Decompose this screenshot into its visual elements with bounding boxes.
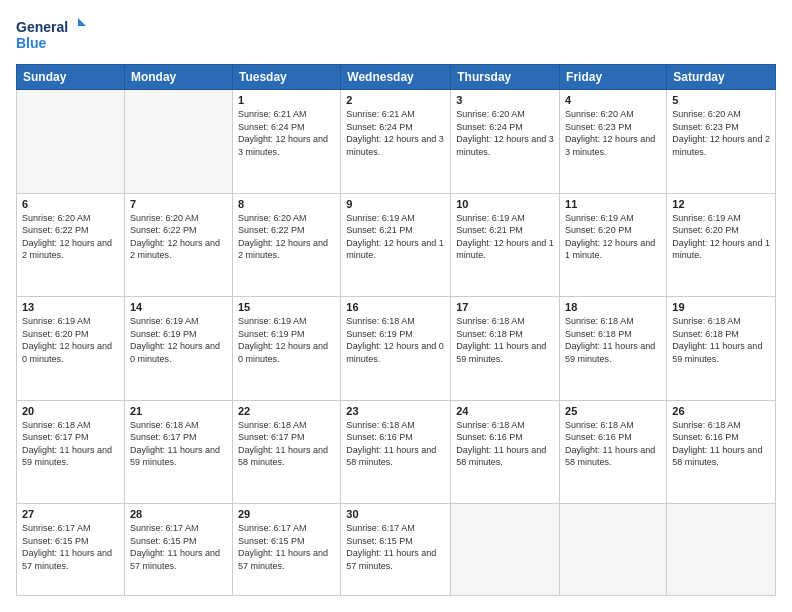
calendar-cell: 24Sunrise: 6:18 AM Sunset: 6:16 PM Dayli… xyxy=(451,400,560,504)
calendar-cell: 22Sunrise: 6:18 AM Sunset: 6:17 PM Dayli… xyxy=(232,400,340,504)
day-info: Sunrise: 6:19 AM Sunset: 6:19 PM Dayligh… xyxy=(130,315,227,365)
day-number: 14 xyxy=(130,301,227,313)
day-info: Sunrise: 6:18 AM Sunset: 6:17 PM Dayligh… xyxy=(22,419,119,469)
svg-marker-2 xyxy=(78,18,86,26)
logo: General Blue xyxy=(16,16,86,52)
day-number: 17 xyxy=(456,301,554,313)
calendar-cell: 4Sunrise: 6:20 AM Sunset: 6:23 PM Daylig… xyxy=(560,90,667,194)
calendar-cell: 1Sunrise: 6:21 AM Sunset: 6:24 PM Daylig… xyxy=(232,90,340,194)
calendar-cell: 17Sunrise: 6:18 AM Sunset: 6:18 PM Dayli… xyxy=(451,297,560,401)
day-info: Sunrise: 6:19 AM Sunset: 6:21 PM Dayligh… xyxy=(346,212,445,262)
day-number: 16 xyxy=(346,301,445,313)
day-info: Sunrise: 6:19 AM Sunset: 6:20 PM Dayligh… xyxy=(565,212,661,262)
day-number: 11 xyxy=(565,198,661,210)
col-header-friday: Friday xyxy=(560,65,667,90)
calendar-header-row: SundayMondayTuesdayWednesdayThursdayFrid… xyxy=(17,65,776,90)
day-number: 15 xyxy=(238,301,335,313)
day-info: Sunrise: 6:18 AM Sunset: 6:19 PM Dayligh… xyxy=(346,315,445,365)
day-number: 3 xyxy=(456,94,554,106)
calendar-cell xyxy=(667,504,776,596)
calendar-cell: 5Sunrise: 6:20 AM Sunset: 6:23 PM Daylig… xyxy=(667,90,776,194)
calendar-cell: 21Sunrise: 6:18 AM Sunset: 6:17 PM Dayli… xyxy=(124,400,232,504)
calendar-cell: 15Sunrise: 6:19 AM Sunset: 6:19 PM Dayli… xyxy=(232,297,340,401)
calendar-cell xyxy=(17,90,125,194)
day-info: Sunrise: 6:17 AM Sunset: 6:15 PM Dayligh… xyxy=(130,522,227,572)
day-number: 26 xyxy=(672,405,770,417)
calendar-cell: 9Sunrise: 6:19 AM Sunset: 6:21 PM Daylig… xyxy=(341,193,451,297)
day-info: Sunrise: 6:18 AM Sunset: 6:18 PM Dayligh… xyxy=(456,315,554,365)
day-number: 5 xyxy=(672,94,770,106)
day-number: 24 xyxy=(456,405,554,417)
calendar-cell: 16Sunrise: 6:18 AM Sunset: 6:19 PM Dayli… xyxy=(341,297,451,401)
calendar-cell: 7Sunrise: 6:20 AM Sunset: 6:22 PM Daylig… xyxy=(124,193,232,297)
day-number: 8 xyxy=(238,198,335,210)
calendar-cell: 11Sunrise: 6:19 AM Sunset: 6:20 PM Dayli… xyxy=(560,193,667,297)
calendar-cell: 6Sunrise: 6:20 AM Sunset: 6:22 PM Daylig… xyxy=(17,193,125,297)
calendar-cell: 26Sunrise: 6:18 AM Sunset: 6:16 PM Dayli… xyxy=(667,400,776,504)
day-number: 1 xyxy=(238,94,335,106)
day-info: Sunrise: 6:18 AM Sunset: 6:16 PM Dayligh… xyxy=(456,419,554,469)
calendar-cell: 28Sunrise: 6:17 AM Sunset: 6:15 PM Dayli… xyxy=(124,504,232,596)
day-info: Sunrise: 6:21 AM Sunset: 6:24 PM Dayligh… xyxy=(238,108,335,158)
day-info: Sunrise: 6:18 AM Sunset: 6:18 PM Dayligh… xyxy=(565,315,661,365)
page: General Blue SundayMondayTuesdayWednesda… xyxy=(0,0,792,612)
col-header-sunday: Sunday xyxy=(17,65,125,90)
day-info: Sunrise: 6:19 AM Sunset: 6:20 PM Dayligh… xyxy=(22,315,119,365)
day-info: Sunrise: 6:18 AM Sunset: 6:16 PM Dayligh… xyxy=(672,419,770,469)
calendar-cell: 23Sunrise: 6:18 AM Sunset: 6:16 PM Dayli… xyxy=(341,400,451,504)
calendar-cell xyxy=(560,504,667,596)
day-info: Sunrise: 6:18 AM Sunset: 6:17 PM Dayligh… xyxy=(130,419,227,469)
day-number: 2 xyxy=(346,94,445,106)
day-info: Sunrise: 6:17 AM Sunset: 6:15 PM Dayligh… xyxy=(22,522,119,572)
day-number: 7 xyxy=(130,198,227,210)
day-info: Sunrise: 6:20 AM Sunset: 6:23 PM Dayligh… xyxy=(565,108,661,158)
calendar-cell: 27Sunrise: 6:17 AM Sunset: 6:15 PM Dayli… xyxy=(17,504,125,596)
day-info: Sunrise: 6:20 AM Sunset: 6:22 PM Dayligh… xyxy=(130,212,227,262)
calendar-cell: 29Sunrise: 6:17 AM Sunset: 6:15 PM Dayli… xyxy=(232,504,340,596)
day-info: Sunrise: 6:20 AM Sunset: 6:24 PM Dayligh… xyxy=(456,108,554,158)
calendar-cell xyxy=(451,504,560,596)
calendar-cell: 25Sunrise: 6:18 AM Sunset: 6:16 PM Dayli… xyxy=(560,400,667,504)
col-header-wednesday: Wednesday xyxy=(341,65,451,90)
day-number: 9 xyxy=(346,198,445,210)
col-header-monday: Monday xyxy=(124,65,232,90)
calendar-cell: 10Sunrise: 6:19 AM Sunset: 6:21 PM Dayli… xyxy=(451,193,560,297)
calendar-table: SundayMondayTuesdayWednesdayThursdayFrid… xyxy=(16,64,776,596)
logo-svg: General Blue xyxy=(16,16,86,52)
day-info: Sunrise: 6:17 AM Sunset: 6:15 PM Dayligh… xyxy=(346,522,445,572)
day-number: 23 xyxy=(346,405,445,417)
calendar-cell: 8Sunrise: 6:20 AM Sunset: 6:22 PM Daylig… xyxy=(232,193,340,297)
calendar-cell: 13Sunrise: 6:19 AM Sunset: 6:20 PM Dayli… xyxy=(17,297,125,401)
col-header-saturday: Saturday xyxy=(667,65,776,90)
day-number: 6 xyxy=(22,198,119,210)
day-info: Sunrise: 6:17 AM Sunset: 6:15 PM Dayligh… xyxy=(238,522,335,572)
day-info: Sunrise: 6:19 AM Sunset: 6:19 PM Dayligh… xyxy=(238,315,335,365)
svg-text:General: General xyxy=(16,19,68,35)
day-info: Sunrise: 6:18 AM Sunset: 6:17 PM Dayligh… xyxy=(238,419,335,469)
day-info: Sunrise: 6:20 AM Sunset: 6:23 PM Dayligh… xyxy=(672,108,770,158)
day-info: Sunrise: 6:19 AM Sunset: 6:21 PM Dayligh… xyxy=(456,212,554,262)
calendar-cell xyxy=(124,90,232,194)
day-number: 27 xyxy=(22,508,119,520)
day-info: Sunrise: 6:18 AM Sunset: 6:18 PM Dayligh… xyxy=(672,315,770,365)
day-number: 18 xyxy=(565,301,661,313)
svg-text:Blue: Blue xyxy=(16,35,47,51)
col-header-tuesday: Tuesday xyxy=(232,65,340,90)
calendar-cell: 12Sunrise: 6:19 AM Sunset: 6:20 PM Dayli… xyxy=(667,193,776,297)
day-number: 22 xyxy=(238,405,335,417)
day-info: Sunrise: 6:19 AM Sunset: 6:20 PM Dayligh… xyxy=(672,212,770,262)
calendar-cell: 20Sunrise: 6:18 AM Sunset: 6:17 PM Dayli… xyxy=(17,400,125,504)
day-number: 4 xyxy=(565,94,661,106)
day-number: 28 xyxy=(130,508,227,520)
col-header-thursday: Thursday xyxy=(451,65,560,90)
calendar-cell: 30Sunrise: 6:17 AM Sunset: 6:15 PM Dayli… xyxy=(341,504,451,596)
day-number: 29 xyxy=(238,508,335,520)
day-number: 25 xyxy=(565,405,661,417)
calendar-cell: 2Sunrise: 6:21 AM Sunset: 6:24 PM Daylig… xyxy=(341,90,451,194)
day-number: 19 xyxy=(672,301,770,313)
day-info: Sunrise: 6:20 AM Sunset: 6:22 PM Dayligh… xyxy=(238,212,335,262)
day-number: 13 xyxy=(22,301,119,313)
day-number: 20 xyxy=(22,405,119,417)
calendar-cell: 3Sunrise: 6:20 AM Sunset: 6:24 PM Daylig… xyxy=(451,90,560,194)
day-info: Sunrise: 6:18 AM Sunset: 6:16 PM Dayligh… xyxy=(346,419,445,469)
